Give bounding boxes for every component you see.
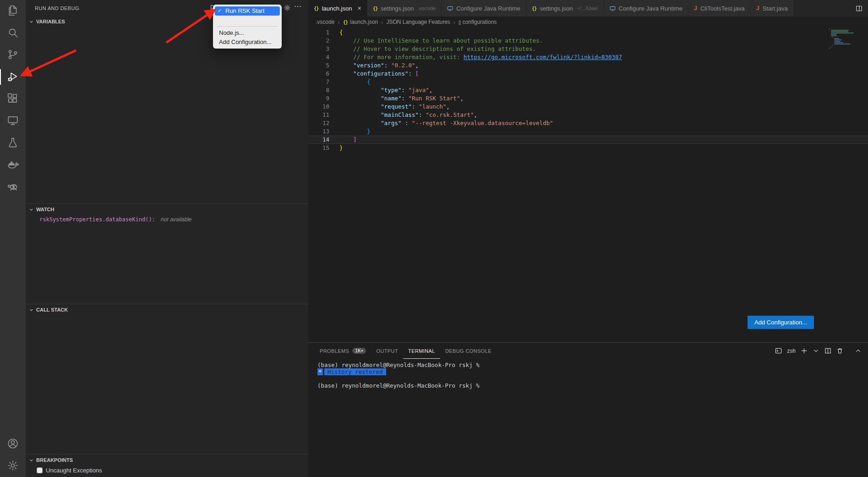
views-more-actions-icon[interactable]: ⋯ bbox=[294, 2, 302, 11]
run-and-debug-icon bbox=[7, 71, 19, 84]
bottom-panel: PROBLEMS1K+OUTPUTTERMINALDEBUG CONSOLE z… bbox=[308, 342, 868, 477]
maximize-panel-icon[interactable] bbox=[855, 347, 862, 354]
code-line-9[interactable]: 9 "name": "Run RSK Start", bbox=[308, 94, 868, 103]
chevron-down-icon bbox=[29, 19, 34, 24]
activity-bar-top bbox=[0, 0, 26, 198]
menu-item-node-js[interactable]: Node.js... bbox=[215, 28, 280, 38]
code-line-1[interactable]: 1{ bbox=[308, 28, 868, 37]
activity-bar-extensions[interactable] bbox=[0, 88, 26, 110]
code-line-6[interactable]: 6 "configurations": [ bbox=[308, 70, 868, 78]
terminal-output[interactable]: (base) reynoldmorel@Reynolds-MacBook-Pro… bbox=[308, 359, 868, 477]
code-line-12[interactable]: 12 "args" : "--regtest -Xkeyvalue.dataso… bbox=[308, 119, 868, 127]
new-terminal-icon[interactable] bbox=[801, 347, 808, 354]
tab-label: Start.java bbox=[763, 5, 788, 12]
code-line-8[interactable]: 8 "type": "java", bbox=[308, 86, 868, 94]
code-line-7[interactable]: 7 { bbox=[308, 78, 868, 86]
tab-launch.json[interactable]: {}launch.json× bbox=[308, 0, 367, 16]
code-line-2[interactable]: 2 // Use IntelliSense to learn about pos… bbox=[308, 37, 868, 45]
extensions-icon bbox=[7, 93, 19, 106]
tab-start.java[interactable]: JStart.java bbox=[751, 0, 794, 16]
close-icon[interactable]: × bbox=[357, 5, 361, 11]
minimap[interactable] bbox=[829, 28, 856, 49]
breakpoint-row: Uncaught Exceptions bbox=[26, 466, 308, 474]
code-line-4[interactable]: 4 // For more information, visit: https:… bbox=[308, 53, 868, 61]
breadcrumb-label: JSON Language Features bbox=[386, 19, 450, 25]
terminal-profile-icon[interactable] bbox=[775, 347, 782, 354]
breadcrumb-item[interactable]: .vscode bbox=[316, 19, 334, 25]
activity-bar-testing[interactable] bbox=[0, 132, 26, 154]
split-terminal-icon[interactable] bbox=[824, 347, 831, 354]
breakpoints-section-header[interactable]: BREAKPOINTS bbox=[26, 455, 308, 466]
open-launch-json-gear-icon[interactable] bbox=[284, 4, 291, 12]
panel-tab-label: TERMINAL bbox=[408, 348, 435, 354]
kill-terminal-icon[interactable] bbox=[836, 347, 843, 354]
panel-header: PROBLEMS1K+OUTPUTTERMINALDEBUG CONSOLE z… bbox=[308, 343, 868, 359]
breadcrumb-item[interactable]: {}launch.json bbox=[343, 19, 378, 25]
code-line-3[interactable]: 3 // Hover to view descriptions of exist… bbox=[308, 45, 868, 53]
panel-tab-output[interactable]: OUTPUT bbox=[371, 343, 403, 359]
tab-settings.json[interactable]: {}settings.json.vscode bbox=[367, 0, 442, 16]
code-line-15[interactable]: 15} bbox=[308, 144, 868, 152]
call-stack-section-label: CALL STACK bbox=[36, 307, 68, 313]
code-line-13[interactable]: 13 } bbox=[308, 127, 868, 136]
line-content: // Hover to view descriptions of existin… bbox=[329, 45, 536, 53]
search-icon bbox=[7, 27, 19, 40]
code-line-11[interactable]: 11 "mainClass": "co.rsk.Start", bbox=[308, 111, 868, 119]
line-content: ] bbox=[329, 136, 357, 144]
panel-tab-label: OUTPUT bbox=[376, 348, 398, 354]
activity-bar-search[interactable] bbox=[0, 22, 26, 44]
menu-item-run-rsk-start[interactable]: ✓ Run RSK Start bbox=[215, 6, 280, 16]
watch-expression-row[interactable]: rskSystemProperties.databaseKind(): not … bbox=[26, 215, 308, 223]
tab-label: settings.json bbox=[381, 5, 414, 12]
activity-bar-accounts[interactable] bbox=[0, 433, 26, 455]
tab-label: CliToolsTest.java bbox=[700, 5, 745, 12]
line-number: 10 bbox=[308, 103, 329, 111]
line-content: "request": "launch", bbox=[329, 103, 450, 111]
tab-detail: .vscode bbox=[418, 5, 436, 11]
menu-item-label: Run RSK Start bbox=[225, 7, 264, 14]
add-configuration-button[interactable]: Add Configuration... bbox=[748, 316, 814, 329]
activity-bar-remote-explorer[interactable] bbox=[0, 110, 26, 132]
code-line-10[interactable]: 10 "request": "launch", bbox=[308, 103, 868, 111]
line-content: } bbox=[329, 127, 371, 136]
debug-config-menu: ✓ Run RSK Start Node.js...Add Configurat… bbox=[213, 5, 282, 49]
menu-item-add-configuration[interactable]: Add Configuration... bbox=[215, 38, 280, 47]
tab-configure-java-runtime[interactable]: Configure Java Runtime bbox=[442, 0, 526, 16]
line-number: 6 bbox=[308, 70, 329, 78]
line-number: 14 bbox=[308, 136, 329, 144]
sidebar-title: RUN AND DEBUG bbox=[35, 5, 79, 11]
breadcrumb-item[interactable]: [ ]configurations bbox=[459, 19, 497, 25]
tab-label: settings.json bbox=[540, 5, 573, 12]
panel-tab-terminal[interactable]: TERMINAL bbox=[403, 343, 440, 359]
code-line-5[interactable]: 5 "version": "0.2.0", bbox=[308, 61, 868, 70]
shell-name[interactable]: zsh bbox=[787, 348, 796, 354]
panel-tab-problems[interactable]: PROBLEMS1K+ bbox=[315, 343, 371, 359]
activity-bar-turtle[interactable] bbox=[0, 176, 26, 198]
tab-clitoolstest.java[interactable]: JCliToolsTest.java bbox=[688, 0, 751, 16]
activity-bar-settings[interactable] bbox=[0, 455, 26, 477]
activity-bar-explorer[interactable] bbox=[0, 0, 26, 22]
activity-bar-run-and-debug[interactable] bbox=[0, 66, 26, 88]
java-icon: J bbox=[694, 5, 697, 11]
code-lines: 1{2 // Use IntelliSense to learn about p… bbox=[308, 27, 868, 152]
line-number: 15 bbox=[308, 144, 329, 152]
docker-icon bbox=[7, 159, 19, 172]
call-stack-section-header[interactable]: CALL STACK bbox=[26, 304, 308, 315]
breadcrumb-item[interactable]: JSON Language Features bbox=[386, 19, 450, 25]
code-line-14[interactable]: 14 ] bbox=[308, 136, 868, 144]
line-number: 9 bbox=[308, 94, 329, 103]
activity-bar bbox=[0, 0, 26, 477]
terminal-dropdown-chevron-icon[interactable] bbox=[813, 347, 819, 354]
tab-configure-java-runtime[interactable]: Configure Java Runtime bbox=[604, 0, 688, 16]
line-number: 12 bbox=[308, 119, 329, 127]
panel-tab-debug-console[interactable]: DEBUG CONSOLE bbox=[440, 343, 497, 359]
tab-detail: ~/.../User bbox=[577, 5, 598, 11]
variables-section-label: VARIABLES bbox=[36, 19, 65, 24]
uncaught-exceptions-checkbox[interactable] bbox=[37, 467, 43, 473]
watch-section-header[interactable]: WATCH bbox=[26, 204, 308, 215]
tab-settings.json[interactable]: {}settings.json~/.../User bbox=[526, 0, 604, 16]
split-editor-icon[interactable] bbox=[856, 5, 863, 12]
json-icon: {} bbox=[532, 5, 537, 11]
activity-bar-source-control[interactable] bbox=[0, 44, 26, 66]
activity-bar-docker[interactable] bbox=[0, 154, 26, 176]
